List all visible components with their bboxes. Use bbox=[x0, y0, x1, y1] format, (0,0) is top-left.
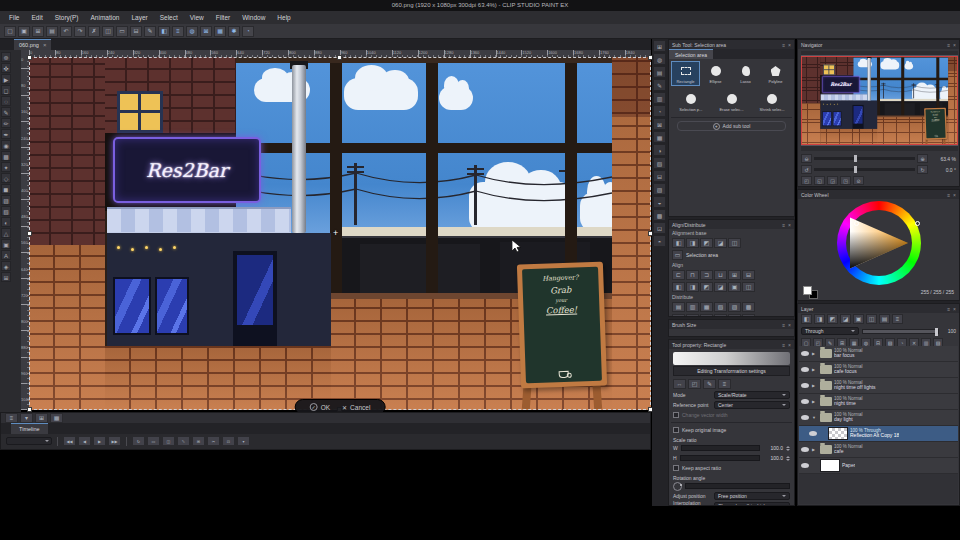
menu-item[interactable]: Story(P) bbox=[49, 11, 85, 24]
layer-row[interactable]: Paper bbox=[799, 458, 958, 474]
w-stepper[interactable] bbox=[786, 444, 790, 453]
tool-property-icon[interactable]: ◰ bbox=[688, 379, 701, 389]
timeline-track-select[interactable] bbox=[6, 437, 52, 445]
timeline-tool-icon[interactable]: ✂ bbox=[207, 436, 220, 446]
subtool-item[interactable]: Ellipse bbox=[701, 61, 730, 86]
tool-property-icon[interactable]: ✎ bbox=[703, 379, 716, 389]
align-icon[interactable]: ◨ bbox=[686, 282, 699, 292]
eye-icon[interactable] bbox=[801, 381, 810, 390]
transform-handle[interactable] bbox=[27, 55, 32, 60]
distribute-icon[interactable]: ◹ bbox=[686, 314, 699, 317]
tool-icon[interactable]: A bbox=[1, 250, 11, 260]
align-icon[interactable]: ◫ bbox=[742, 282, 755, 292]
main-color-swatch[interactable] bbox=[803, 286, 812, 295]
subtool-item[interactable]: Lasso bbox=[731, 61, 760, 86]
transport-icon[interactable]: ◀◀ bbox=[63, 436, 76, 446]
timeline-header-icon[interactable]: ▦ bbox=[50, 413, 63, 423]
transport-icon[interactable]: ▶ bbox=[93, 436, 106, 446]
layer-effect-icon[interactable]: ◨ bbox=[814, 314, 825, 324]
align-icon[interactable]: ◪ bbox=[714, 282, 727, 292]
palette-icon[interactable]: ◔ bbox=[653, 105, 666, 117]
panel-menu-icon[interactable]: ≡ bbox=[782, 342, 785, 348]
timeline-tool-icon[interactable]: ▭ bbox=[147, 436, 160, 446]
palette-icon[interactable]: ⊟ bbox=[653, 170, 666, 182]
reference-point-dropdown[interactable]: Center bbox=[714, 401, 790, 409]
align-icon[interactable]: ⊐ bbox=[700, 270, 713, 280]
command-icon[interactable]: ⊠ bbox=[200, 26, 212, 37]
layer-row[interactable]: ▶ 100 % Normal bar focus bbox=[799, 346, 958, 362]
distribute-icon[interactable]: ▩ bbox=[742, 302, 755, 312]
subtool-item[interactable]: Selection p... bbox=[671, 89, 711, 114]
tool-icon[interactable]: ✒ bbox=[1, 129, 11, 139]
rotate-left-icon[interactable]: ↺ bbox=[801, 165, 812, 174]
subtool-tab[interactable]: Selection area bbox=[669, 49, 713, 59]
h-slider[interactable] bbox=[680, 455, 760, 461]
view-fit-icon[interactable]: ◱ bbox=[814, 176, 825, 185]
tool-icon[interactable]: ◈ bbox=[1, 261, 11, 271]
tool-icon[interactable]: ✎ bbox=[1, 107, 11, 117]
opacity-slider[interactable] bbox=[862, 329, 939, 334]
rotation-slider[interactable] bbox=[814, 168, 915, 171]
command-icon[interactable]: ✎ bbox=[144, 26, 156, 37]
command-icon[interactable]: ↷ bbox=[74, 26, 86, 37]
eye-icon[interactable] bbox=[801, 413, 810, 422]
palette-icon[interactable]: ⊠ bbox=[653, 118, 666, 130]
tool-icon[interactable]: ▧ bbox=[1, 206, 11, 216]
menu-item[interactable]: Animation bbox=[85, 11, 126, 24]
palette-icon[interactable]: ⊡ bbox=[653, 222, 666, 234]
rotation-slider[interactable] bbox=[685, 483, 790, 489]
palette-icon[interactable]: ◑ bbox=[653, 144, 666, 156]
zoom-slider[interactable] bbox=[814, 157, 915, 160]
palette-icon[interactable]: ⊞ bbox=[653, 40, 666, 52]
tool-icon[interactable]: ◌ bbox=[1, 96, 11, 106]
view-fit-icon[interactable]: ⊘ bbox=[853, 176, 864, 185]
palette-icon[interactable]: ◒ bbox=[653, 196, 666, 208]
palette-icon[interactable]: ▤ bbox=[653, 66, 666, 78]
tool-icon[interactable]: ✜ bbox=[1, 63, 11, 73]
panel-menu-icon[interactable]: ≡ bbox=[782, 322, 785, 328]
menu-item[interactable]: File bbox=[3, 11, 25, 24]
subtool-item[interactable]: Polyline bbox=[761, 61, 790, 86]
layer-effect-icon[interactable]: ◧ bbox=[801, 314, 812, 324]
layer-effect-icon[interactable]: ◫ bbox=[866, 314, 877, 324]
command-icon[interactable]: ◍ bbox=[186, 26, 198, 37]
canvas-viewport[interactable]: Res2Bar bbox=[29, 57, 651, 410]
keep-original-checkbox[interactable] bbox=[673, 427, 679, 433]
command-icon[interactable]: ⊞ bbox=[32, 26, 44, 37]
distribute-icon[interactable]: ▧ bbox=[714, 302, 727, 312]
align-icon[interactable]: ⊏ bbox=[672, 270, 685, 280]
timeline-tab[interactable]: Timeline bbox=[11, 423, 48, 434]
tool-property-icon[interactable]: ≡ bbox=[718, 379, 731, 389]
eye-icon[interactable] bbox=[801, 461, 810, 470]
rotate-right-icon[interactable]: ↻ bbox=[917, 165, 928, 174]
command-icon[interactable]: ↶ bbox=[60, 26, 72, 37]
mode-dropdown[interactable]: Scale/Rotate bbox=[714, 391, 790, 399]
panel-close-icon[interactable]: × bbox=[788, 42, 791, 48]
cancel-button[interactable]: ✕ Cancel bbox=[342, 404, 370, 411]
tool-icon[interactable]: ▶ bbox=[1, 74, 11, 84]
alignment-base-icon[interactable]: ◧ bbox=[672, 238, 685, 248]
layer-effect-icon[interactable]: ≡ bbox=[892, 314, 903, 324]
zoom-out-icon[interactable]: ⊖ bbox=[801, 154, 812, 163]
layer-row[interactable]: 100 % Through Reflection Alt Copy 18 bbox=[799, 426, 958, 442]
panel-close-icon[interactable]: × bbox=[953, 306, 956, 312]
subtool-item[interactable]: Erase selec... bbox=[712, 89, 752, 114]
command-icon[interactable]: ▭ bbox=[116, 26, 128, 37]
expand-arrow-icon[interactable]: ▶ bbox=[812, 399, 818, 404]
tool-icon[interactable]: ◻ bbox=[1, 85, 11, 95]
timeline-header-icon[interactable]: ▾ bbox=[20, 413, 33, 423]
expand-arrow-icon[interactable]: ▶ bbox=[812, 383, 818, 388]
panel-close-icon[interactable]: × bbox=[953, 42, 956, 48]
distribute-icon[interactable]: ▥ bbox=[686, 302, 699, 312]
h-stepper[interactable] bbox=[786, 454, 790, 463]
timeline-header-icon[interactable]: ⊞ bbox=[35, 413, 48, 423]
menu-item[interactable]: Layer bbox=[125, 11, 153, 24]
alignment-base-value[interactable]: ▭ Selection area bbox=[669, 249, 794, 261]
layer-effect-icon[interactable]: ◩ bbox=[827, 314, 838, 324]
panel-menu-icon[interactable]: ≡ bbox=[782, 222, 785, 228]
tool-icon[interactable]: ◼ bbox=[1, 184, 11, 194]
panel-close-icon[interactable]: × bbox=[788, 342, 791, 348]
distribute-icon[interactable]: ◼ bbox=[742, 314, 755, 317]
palette-icon[interactable]: ◓ bbox=[653, 235, 666, 247]
distribute-icon[interactable]: ◸ bbox=[672, 314, 685, 317]
